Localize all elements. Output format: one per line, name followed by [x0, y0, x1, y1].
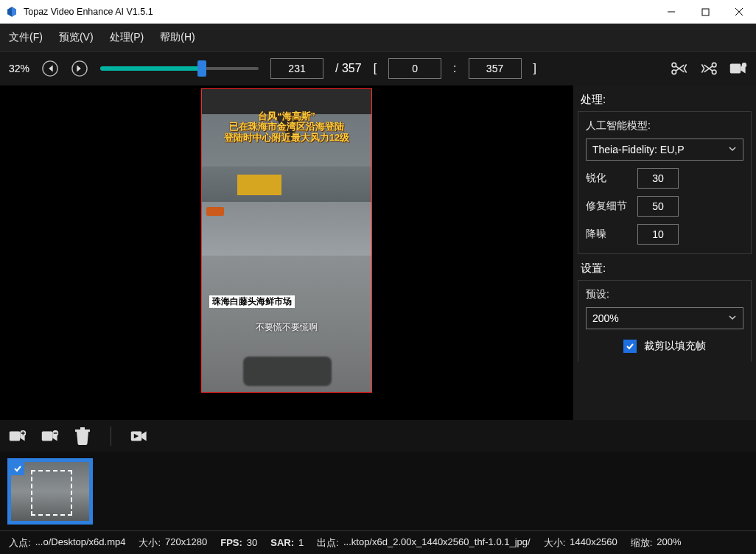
- prev-frame-button[interactable]: [41, 60, 59, 77]
- preset-value: 200%: [592, 312, 619, 324]
- detail-label: 修复细节: [586, 200, 630, 213]
- ai-model-select[interactable]: Theia-Fidelity: EU,P: [586, 138, 743, 161]
- window-title: Topaz Video Enhance AI V1.5.1: [24, 7, 153, 17]
- in-size-label: 大小:: [139, 536, 161, 550]
- preset-label: 预设:: [586, 288, 743, 301]
- crop-overlay-icon: [31, 470, 72, 516]
- add-clip-button[interactable]: [9, 427, 27, 445]
- playback-toolbar: 32% 231 / 357 [ 0 : 357 ]: [0, 52, 756, 85]
- scale-value: 200%: [657, 536, 681, 550]
- svg-point-11: [742, 63, 746, 67]
- title-bar: Topaz Video Enhance AI V1.5.1: [0, 0, 756, 24]
- current-frame-input[interactable]: 231: [270, 58, 323, 79]
- in-size-value: 720x1280: [165, 536, 207, 550]
- ai-model-value: Theia-Fidelity: EU,P: [592, 144, 684, 155]
- menu-process[interactable]: 处理(P): [110, 31, 144, 44]
- out-size-label: 大小:: [544, 536, 566, 550]
- denoise-input[interactable]: 10: [637, 224, 679, 245]
- svg-rect-10: [730, 64, 741, 74]
- fps-label: FPS:: [220, 537, 242, 548]
- crop-to-fill-label: 裁剪以填充帧: [644, 340, 706, 353]
- svg-point-6: [672, 63, 676, 67]
- status-bar: 入点:...o/Desktop/x6d.mp4 大小:720x1280 FPS:…: [0, 530, 756, 554]
- menu-preview[interactable]: 预览(V): [59, 31, 94, 44]
- close-button[interactable]: [722, 0, 756, 24]
- svg-point-8: [712, 63, 716, 67]
- remove-clip-button[interactable]: [41, 427, 59, 445]
- overlay-caption-location: 珠海白藤头海鲜市场: [209, 295, 295, 308]
- fps-value: 30: [247, 537, 257, 548]
- sharpen-label: 锐化: [586, 172, 630, 185]
- processing-group: 人工智能模型: Theia-Fidelity: EU,P 锐化 30 修复细节 …: [578, 111, 752, 254]
- in-label: 入点:: [9, 536, 31, 550]
- sharpen-input[interactable]: 30: [637, 168, 679, 189]
- in-point-input[interactable]: 0: [388, 58, 441, 79]
- chevron-down-icon: [728, 144, 737, 155]
- detail-input[interactable]: 50: [637, 196, 679, 217]
- out-path: ...ktop/x6d_2.00x_1440x2560_thf-1.0.1_jp…: [343, 536, 531, 550]
- timeline-slider[interactable]: [100, 62, 259, 75]
- out-label: 出点:: [317, 536, 339, 550]
- settings-title: 设置:: [581, 262, 749, 276]
- side-panel: 处理: 人工智能模型: Theia-Fidelity: EU,P 锐化 30 修…: [573, 85, 756, 420]
- svg-rect-12: [10, 432, 20, 441]
- preset-select[interactable]: 200%: [586, 307, 743, 329]
- menu-help[interactable]: 帮助(H): [160, 31, 195, 44]
- in-path: ...o/Desktop/x6d.mp4: [35, 536, 126, 550]
- svg-point-9: [712, 70, 716, 74]
- zoom-level: 32%: [9, 63, 29, 74]
- sar-label: SAR:: [270, 537, 294, 548]
- clip-toolbar: [0, 420, 756, 452]
- clip-thumbnail[interactable]: [7, 458, 93, 525]
- settings-group: 预设: 200% 裁剪以填充帧: [578, 280, 752, 362]
- thumbnail-checkbox[interactable]: [11, 462, 24, 475]
- denoise-label: 降噪: [586, 228, 630, 241]
- clip-thumbnails: [0, 452, 756, 530]
- svg-point-7: [672, 70, 676, 74]
- menu-file[interactable]: 文件(F): [9, 31, 43, 44]
- cut-in-button[interactable]: [671, 60, 688, 77]
- bracket-right: ]: [533, 62, 536, 75]
- svg-rect-14: [42, 432, 52, 441]
- maximize-button[interactable]: [688, 0, 722, 24]
- out-size-value: 1440x2560: [570, 536, 617, 550]
- range-colon: :: [453, 62, 456, 75]
- record-button[interactable]: [729, 60, 747, 77]
- scale-label: 缩放:: [631, 536, 653, 550]
- preview-area: 台风“海高斯” 已在珠海市金湾区沿海登陆 登陆时中心附近最大风力12级 珠海白藤…: [0, 85, 573, 420]
- cut-out-button[interactable]: [700, 60, 718, 77]
- toolbar-separator: [111, 427, 111, 446]
- out-point-input[interactable]: 357: [469, 58, 522, 79]
- minimize-button[interactable]: [654, 0, 688, 24]
- sar-value: 1: [298, 537, 304, 548]
- next-frame-button[interactable]: [71, 60, 88, 77]
- app-logo-icon: [6, 6, 18, 18]
- delete-clip-button[interactable]: [74, 427, 91, 445]
- video-frame: 台风“海高斯” 已在珠海市金湾区沿海登陆 登陆时中心附近最大风力12级 珠海白藤…: [201, 88, 372, 393]
- overlay-caption-subtitle: 不要慌不要慌啊: [202, 322, 371, 333]
- menu-bar: 文件(F) 预览(V) 处理(P) 帮助(H): [0, 24, 756, 52]
- processing-title: 处理:: [581, 93, 749, 107]
- crop-to-fill-checkbox[interactable]: [623, 340, 637, 353]
- chevron-down-icon: [728, 312, 737, 324]
- bracket-left: [: [374, 62, 377, 75]
- ai-model-label: 人工智能模型:: [586, 119, 743, 133]
- process-clip-button[interactable]: [130, 427, 148, 445]
- svg-rect-1: [702, 9, 709, 15]
- frame-separator: / 357: [335, 62, 362, 75]
- overlay-headline: 台风“海高斯” 已在珠海市金湾区沿海登陆 登陆时中心附近最大风力12级: [202, 111, 371, 143]
